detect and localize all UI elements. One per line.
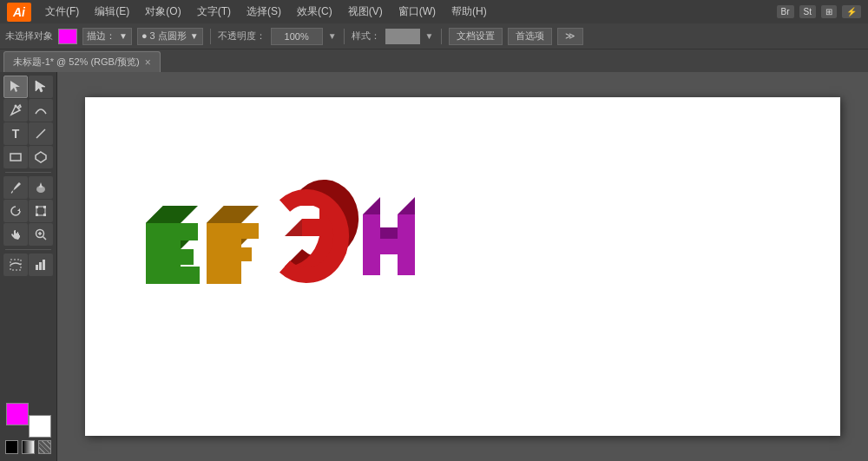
options-bar: 未选择对象 描边： ▼ ● 3 点圆形 ▼ 不透明度： ▼ 样式： ▼ 文档设置… — [0, 23, 868, 49]
selection-tool[interactable] — [3, 76, 28, 98]
separator2 — [344, 29, 345, 44]
svg-marker-30 — [207, 206, 259, 223]
svg-rect-9 — [36, 206, 38, 208]
opacity-label: 不透明度： — [218, 30, 266, 43]
bridge-icon[interactable]: Br — [777, 5, 794, 18]
zoom-tool[interactable] — [29, 223, 53, 246]
svg-point-2 — [15, 105, 17, 108]
letter-F — [207, 206, 259, 284]
svg-marker-0 — [10, 81, 20, 92]
chart-tool[interactable] — [29, 254, 53, 276]
color-swatches — [6, 403, 51, 438]
menu-object[interactable]: 对象(O) — [138, 3, 187, 21]
opacity-input[interactable] — [271, 28, 323, 45]
tool-row-2 — [2, 99, 55, 122]
menu-view[interactable]: 视图(V) — [341, 3, 390, 21]
foreground-color-swatch[interactable] — [6, 403, 29, 425]
transform-tool[interactable] — [29, 200, 53, 222]
svg-rect-10 — [43, 206, 46, 208]
svg-rect-28 — [146, 267, 200, 284]
svg-marker-5 — [36, 152, 46, 162]
svg-rect-11 — [36, 214, 38, 216]
tool-row-5 — [2, 176, 55, 199]
tool-row-4 — [2, 146, 55, 168]
gradient-swatch[interactable] — [22, 440, 35, 454]
svg-rect-17 — [10, 260, 21, 270]
blob-brush-tool[interactable] — [29, 176, 53, 199]
stock-icon[interactable]: St — [799, 5, 816, 18]
svg-rect-4 — [10, 154, 21, 161]
menu-text[interactable]: 文字(T) — [190, 3, 238, 21]
svg-rect-20 — [43, 260, 45, 270]
preferences-button[interactable]: 首选项 — [508, 28, 552, 45]
menu-edit[interactable]: 编辑(E) — [88, 3, 136, 21]
tab-bar: 未标题-1* @ 52% (RGB/预览) × — [0, 49, 868, 72]
svg-rect-42 — [363, 239, 415, 254]
tool-sep-2 — [5, 249, 51, 250]
svg-line-3 — [36, 129, 45, 138]
stroke-dropdown[interactable]: 描边： ▼ — [82, 28, 132, 45]
rotate-tool[interactable] — [3, 200, 28, 222]
letter-G — [285, 180, 358, 275]
letters-artwork — [128, 145, 476, 319]
tab-close-button[interactable]: × — [145, 56, 151, 69]
paintbrush-tool[interactable] — [3, 176, 28, 199]
pen-tool[interactable] — [3, 99, 28, 122]
grid-icon[interactable]: ⊞ — [821, 5, 837, 18]
style-label: 样式： — [352, 30, 380, 43]
style-swatch[interactable] — [385, 29, 420, 44]
svg-rect-27 — [146, 249, 194, 265]
lightning-icon[interactable]: ⚡ — [842, 5, 861, 18]
toolbar: T — [0, 72, 57, 461]
type-tool[interactable]: T — [3, 122, 28, 145]
menu-window[interactable]: 窗口(W) — [391, 3, 443, 21]
doc-setup-button[interactable]: 文档设置 — [449, 28, 503, 45]
color-area — [2, 399, 55, 458]
menu-bar: 文件(F) 编辑(E) 对象(O) 文字(T) 选择(S) 效果(C) 视图(V… — [38, 3, 770, 21]
direct-selection-tool[interactable] — [29, 76, 53, 98]
point-type-dropdown[interactable]: ● 3 点圆形 ▼ — [137, 28, 203, 45]
tool-row-7 — [2, 223, 55, 246]
mini-swatches — [5, 440, 51, 454]
svg-marker-22 — [146, 206, 198, 223]
background-color-swatch[interactable] — [29, 415, 51, 438]
main-area: T — [0, 72, 868, 461]
fill-swatch[interactable] — [58, 29, 77, 44]
artboard — [85, 97, 840, 436]
hand-tool[interactable] — [3, 223, 28, 246]
svg-rect-34 — [207, 247, 252, 261]
ai-logo: Ai — [7, 3, 31, 22]
canvas-area[interactable] — [57, 72, 868, 461]
letter-H — [363, 197, 415, 275]
title-icons: Br St ⊞ ⚡ — [777, 5, 861, 18]
tab-title: 未标题-1* @ 52% (RGB/预览) — [13, 56, 140, 69]
tool-row-8 — [2, 254, 55, 276]
tool-sep-1 — [5, 172, 51, 173]
no-selection-label: 未选择对象 — [5, 30, 53, 43]
polygon-tool[interactable] — [29, 146, 53, 168]
document-tab[interactable]: 未标题-1* @ 52% (RGB/预览) × — [3, 51, 161, 72]
menu-file[interactable]: 文件(F) — [38, 3, 86, 21]
menu-help[interactable]: 帮助(H) — [444, 3, 494, 21]
svg-rect-12 — [43, 214, 46, 216]
line-tool[interactable] — [29, 122, 53, 145]
svg-rect-18 — [36, 265, 38, 270]
separator3 — [441, 29, 442, 44]
rectangle-tool[interactable] — [3, 146, 28, 168]
menu-effect[interactable]: 效果(C) — [290, 3, 339, 21]
black-swatch[interactable] — [5, 440, 18, 454]
pattern-swatch[interactable] — [38, 440, 51, 454]
curvature-tool[interactable] — [29, 99, 53, 122]
svg-marker-7 — [17, 208, 20, 211]
warp-tool[interactable] — [3, 254, 28, 276]
letter-E — [146, 206, 200, 284]
tool-row-6 — [2, 200, 55, 222]
titlebar: Ai 文件(F) 编辑(E) 对象(O) 文字(T) 选择(S) 效果(C) 视… — [0, 0, 868, 23]
tool-row-3: T — [2, 122, 55, 145]
menu-select[interactable]: 选择(S) — [240, 3, 288, 21]
extra-button[interactable]: ≫ — [557, 28, 583, 45]
svg-marker-1 — [36, 81, 45, 92]
svg-rect-33 — [207, 223, 259, 239]
tool-row-1 — [2, 76, 55, 98]
svg-rect-26 — [146, 223, 198, 240]
